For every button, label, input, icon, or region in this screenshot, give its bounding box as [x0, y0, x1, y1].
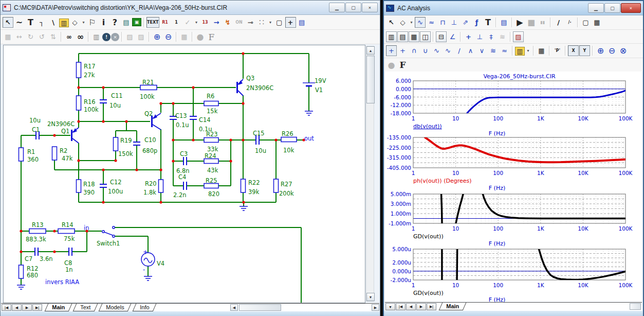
zoom-in-icon[interactable]: ⊕: [152, 31, 162, 42]
show-voltages-toggle-icon[interactable]: ✓: [182, 17, 193, 28]
schematic-label-c7: C7: [25, 255, 32, 262]
schematic-window-title: C:\MC9\DATA\Petrov\switching distortion\…: [14, 4, 328, 11]
minimize-button[interactable]: ▁: [329, 3, 345, 12]
hscroll-thumb[interactable]: [239, 304, 281, 311]
y-tick-label: -315.000: [387, 154, 411, 161]
wire-mode-icon[interactable]: ~: [14, 17, 25, 28]
schematic-titlebar[interactable]: C:\MC9\DATA\Petrov\switching distortion\…: [1, 1, 380, 15]
properties-icon[interactable]: ▤: [297, 17, 307, 28]
schematic-canvas[interactable]: R1727kR16100kC1110uR21100kQ2Q32N3906C19V…: [3, 45, 365, 303]
schematic-label-27k: 27k: [84, 72, 95, 79]
schematic-edit-toolbar: ▦↔↻↺⇅∞∞▥!×▨▨⊕⊖▦●F: [1, 30, 380, 44]
junction-dot: [53, 230, 56, 232]
find-icon[interactable]: ∞: [64, 31, 75, 42]
grid-dropdown-icon[interactable]: ▾: [268, 17, 273, 28]
tab-last-button[interactable]: ▶|: [427, 303, 436, 310]
tab-main[interactable]: Main: [45, 304, 72, 311]
schematic-label-in: in: [84, 224, 89, 232]
file-link-icon[interactable]: ▤: [121, 17, 132, 28]
resize-grip[interactable]: [630, 303, 641, 310]
show-text-toggle-icon[interactable]: TEXT: [146, 17, 159, 28]
tab-prev-button[interactable]: ◀: [12, 304, 22, 311]
tab-last-button[interactable]: ▶|: [32, 304, 42, 311]
tab-next-button[interactable]: ▶: [416, 303, 426, 310]
text-mode-icon[interactable]: T: [25, 17, 36, 28]
flag-mode-icon[interactable]: ⚐: [87, 17, 98, 28]
schematic-label-c10: C10: [144, 136, 156, 144]
scroll-up-button[interactable]: ▲: [366, 46, 375, 55]
show-conditions-toggle-icon[interactable]: ON: [234, 17, 245, 28]
x-tick-label: 100K: [619, 170, 633, 176]
stretch-icon[interactable]: ↔: [14, 31, 25, 42]
error-circle-icon[interactable]: ×: [111, 33, 119, 41]
voltages-dropdown-icon[interactable]: ▾: [194, 17, 199, 28]
copy-picture-alt-icon[interactable]: ▨: [136, 31, 146, 42]
help-mode-icon[interactable]: ?: [109, 17, 120, 28]
y-tick-label: 1.000m: [391, 210, 411, 217]
schematic-label-c3: C3: [180, 150, 188, 157]
find-repeat-icon[interactable]: ∞: [75, 31, 86, 42]
tab-text[interactable]: Text: [73, 304, 98, 311]
info-mode-icon[interactable]: i: [98, 17, 109, 28]
scroll-left-button[interactable]: ◀: [230, 304, 238, 311]
ortho-wire-icon[interactable]: ┐: [36, 17, 47, 28]
select-region-icon[interactable]: ▦: [3, 31, 13, 42]
components: [17, 62, 315, 289]
y-tick-label: -1.000m: [389, 220, 411, 226]
junction-dot: [20, 250, 22, 253]
tab-next-button[interactable]: ▶: [22, 304, 32, 311]
schematic-hscrollbar[interactable]: ◀ ▶: [230, 304, 379, 311]
vscroll-thumb[interactable]: [366, 56, 375, 103]
series-label[interactable]: GD(v(out)): [413, 233, 444, 240]
scroll-right-button[interactable]: ▶: [372, 304, 379, 311]
font-icon[interactable]: F: [206, 31, 217, 42]
flip-icon[interactable]: ⇅: [48, 31, 59, 42]
schematic-label-r16: R16: [84, 98, 96, 106]
show-values-toggle-icon[interactable]: R1: [160, 17, 171, 28]
thumbnail-icon[interactable]: ▦: [179, 31, 190, 42]
zoom-out-icon[interactable]: ⊖: [163, 31, 174, 42]
series-label[interactable]: db(v(out)): [413, 123, 442, 130]
scroll-down-button[interactable]: ▼: [366, 293, 375, 301]
schematic-label-10u: 10u: [255, 147, 266, 154]
series-label[interactable]: ph(v(out)) (Degrees): [413, 178, 472, 184]
ac-analysis-window: AC Analysis ▁▢× ↖◇▾∿≈⊓⊥⇗ƒT▤▶■▮▮//·▢▦ ▥▤▦…: [383, 0, 644, 316]
maximize-button[interactable]: ▢: [345, 3, 361, 12]
show-pin-numbers-toggle-icon[interactable]: 1: [171, 17, 182, 28]
line-mode-icon[interactable]: \: [48, 17, 59, 28]
tab-main[interactable]: Main: [439, 303, 467, 310]
shapes-icon[interactable]: ◇: [69, 17, 80, 28]
schematic-label-390: 390: [83, 189, 95, 196]
junction-dot: [53, 134, 56, 136]
tab-first-button[interactable]: |◀: [2, 304, 11, 311]
show-node-numbers-toggle-icon[interactable]: 13: [200, 17, 211, 28]
x-tick-label: 1K: [537, 225, 545, 232]
info-circle-icon[interactable]: !: [102, 33, 111, 41]
query-window-icon[interactable]: ▥: [91, 31, 102, 42]
series-label[interactable]: GD(v(out)): [413, 290, 444, 296]
schematic-vscrollbar[interactable]: ▲ ▼: [366, 46, 374, 302]
junction-dot: [77, 120, 80, 122]
junction-dot: [242, 52, 244, 55]
close-button[interactable]: ×: [362, 3, 378, 12]
copy-picture-icon[interactable]: ▨: [124, 31, 135, 42]
rotate-icon[interactable]: ↻: [25, 31, 36, 42]
tab-models[interactable]: Models: [99, 304, 132, 311]
text-window-icon[interactable]: ▣: [132, 18, 141, 26]
select-arrow-icon[interactable]: ↖: [3, 17, 13, 28]
switch-symbol: [102, 226, 115, 237]
tab-info[interactable]: Info: [132, 304, 156, 311]
component-mode-icon[interactable]: ▥: [59, 19, 69, 27]
render-sphere-icon[interactable]: ●: [195, 31, 206, 42]
page-list-dropdown[interactable]: ▼: [385, 303, 395, 310]
tab-prev-button[interactable]: ◀: [406, 303, 416, 310]
mode-cursor-icon[interactable]: +: [285, 17, 296, 28]
rotate-ccw-icon[interactable]: ↺: [36, 31, 47, 42]
show-currents-toggle-icon[interactable]: →: [211, 17, 222, 28]
pin-connections-toggle-icon[interactable]: ⊸: [245, 17, 256, 28]
show-power-toggle-icon[interactable]: ↯: [223, 17, 233, 28]
tab-first-button[interactable]: |◀: [396, 303, 406, 310]
grid-toggle-icon[interactable]: ∷: [256, 17, 267, 28]
shapes-dropdown-icon[interactable]: ▾: [81, 17, 86, 28]
border-toggle-icon[interactable]: ▢: [274, 17, 285, 28]
